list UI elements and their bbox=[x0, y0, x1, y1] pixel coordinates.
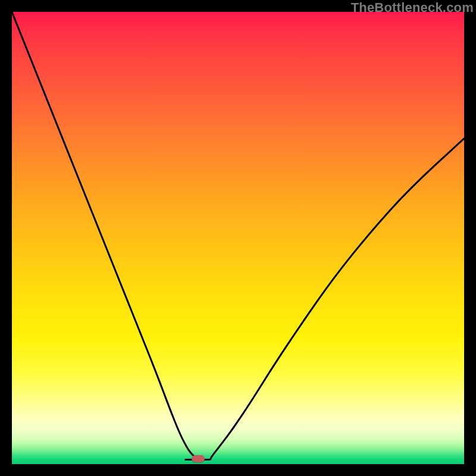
bottleneck-curve bbox=[12, 12, 464, 464]
optimal-point-marker bbox=[192, 455, 205, 462]
chart-frame: TheBottleneck.com bbox=[0, 0, 476, 476]
plot-area bbox=[12, 12, 464, 464]
